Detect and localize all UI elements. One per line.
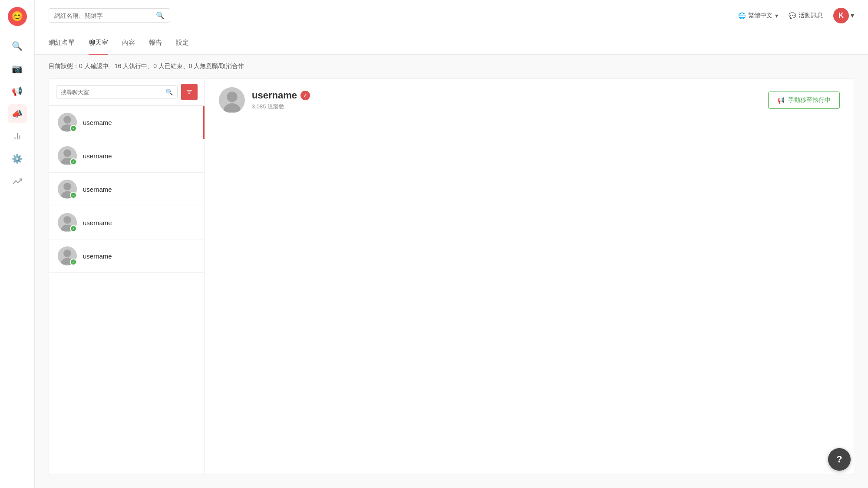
sidebar: 😊 🔍 📷 📢 📣 ⚙️ (0, 0, 35, 488)
followers-label: 追蹤數 (267, 103, 284, 110)
chat-detail-header: username ✓ 3,085 追蹤數 (205, 79, 854, 122)
chat-search-icon[interactable]: 🔍 (165, 88, 173, 95)
help-icon: ? (836, 454, 842, 465)
status-badge: ✓ (70, 225, 77, 232)
svg-point-16 (227, 92, 237, 102)
status-bar: 目前狀態：0 人確認中、16 人執行中、0 人已結束、0 人無意願/取消合作 (35, 55, 868, 78)
followers-info: 3,085 追蹤數 (252, 103, 310, 111)
logo-icon: 😊 (11, 11, 23, 22)
avatar: K (833, 8, 849, 23)
header: 🔍 🌐 繁體中文 ▾ 💬 活動訊息 K ▾ (35, 0, 868, 31)
svg-point-14 (63, 249, 71, 257)
svg-point-8 (63, 149, 71, 157)
svg-point-10 (63, 183, 71, 190)
status-badge: ✓ (70, 259, 77, 265)
user-dropdown-chevron: ▾ (851, 11, 854, 20)
tab-chatroom[interactable]: 聊天室 (89, 32, 108, 55)
tab-content[interactable]: 內容 (122, 32, 135, 55)
sidebar-item-trending[interactable] (8, 172, 27, 191)
megaphone-icon: 📢 (777, 97, 785, 104)
chat-search-input[interactable] (61, 89, 165, 95)
nav-tabs: 網紅名單 聊天室 內容 報告 設定 (35, 31, 868, 55)
list-item[interactable]: ✓ username (49, 239, 205, 273)
chat-username: username (83, 219, 112, 226)
tab-settings[interactable]: 設定 (176, 32, 189, 55)
header-search-container: 🔍 (49, 8, 170, 23)
status-badge: ✓ (70, 192, 77, 199)
help-button[interactable]: ? (828, 448, 851, 471)
search-icon[interactable]: 🔍 (156, 11, 165, 20)
list-item[interactable]: ✓ username (49, 173, 205, 206)
user-initial: K (838, 12, 844, 20)
list-item[interactable]: ✓ username (49, 206, 205, 239)
logo[interactable]: 😊 (8, 7, 27, 26)
move-btn-label: 手動移至執行中 (788, 96, 831, 104)
chat-username: username (83, 119, 112, 126)
chat-detail-user: username ✓ 3,085 追蹤數 (219, 87, 310, 113)
detail-avatar (219, 87, 245, 113)
header-right: 🌐 繁體中文 ▾ 💬 活動訊息 K ▾ (738, 8, 854, 23)
notification-button[interactable]: 💬 活動訊息 (789, 12, 823, 20)
list-item[interactable]: ✓ username (49, 106, 205, 139)
tab-influencer-list[interactable]: 網紅名單 (49, 32, 75, 55)
chat-list-panel: 🔍 (49, 78, 205, 475)
avatar-container: ✓ (58, 113, 77, 132)
followers-count: 3,085 (252, 103, 266, 110)
avatar-container: ✓ (58, 213, 77, 232)
move-to-executing-button[interactable]: 📢 手動移至執行中 (768, 92, 840, 109)
avatar-container: ✓ (58, 146, 77, 165)
search-input[interactable] (54, 12, 156, 19)
globe-icon: 🌐 (738, 12, 746, 19)
chevron-down-icon: ▾ (775, 12, 778, 19)
chat-detail-panel: username ✓ 3,085 追蹤數 (205, 78, 854, 475)
chat-username: username (83, 186, 112, 193)
chat-username: username (83, 152, 112, 160)
detail-username: username ✓ (252, 90, 310, 101)
chat-messages-area (205, 122, 854, 475)
notification-label: 活動訊息 (799, 12, 823, 20)
language-label: 繁體中文 (748, 12, 772, 20)
filter-button[interactable] (181, 84, 198, 100)
avatar-container: ✓ (58, 246, 77, 265)
status-text: 目前狀態：0 人確認中、16 人執行中、0 人已結束、0 人無意願/取消合作 (49, 62, 244, 69)
sidebar-item-megaphone[interactable]: 📢 (8, 82, 27, 101)
tab-report[interactable]: 報告 (149, 32, 162, 55)
chat-list: ✓ username (49, 106, 205, 475)
chat-search-container: 🔍 (56, 85, 178, 98)
chat-layout: 🔍 (35, 78, 868, 488)
sidebar-item-campaigns[interactable]: 📣 (8, 104, 27, 123)
chat-username: username (83, 252, 112, 260)
user-menu[interactable]: K ▾ (833, 8, 854, 23)
svg-point-17 (224, 103, 241, 112)
main-content: 🔍 🌐 繁體中文 ▾ 💬 活動訊息 K ▾ (35, 0, 868, 488)
sidebar-item-search[interactable]: 🔍 (8, 36, 27, 56)
status-badge: ✓ (70, 125, 77, 132)
language-selector[interactable]: 🌐 繁體中文 ▾ (738, 12, 778, 20)
svg-point-6 (63, 116, 71, 124)
bell-icon: 💬 (789, 12, 796, 19)
sidebar-item-analytics[interactable] (8, 127, 27, 146)
page-content: 目前狀態：0 人確認中、16 人執行中、0 人已結束、0 人無意願/取消合作 🔍 (35, 55, 868, 488)
chat-detail-info: username ✓ 3,085 追蹤數 (252, 90, 310, 111)
sidebar-item-camera[interactable]: 📷 (8, 59, 27, 78)
avatar-container: ✓ (58, 180, 77, 199)
chat-search-bar: 🔍 (49, 79, 205, 106)
verified-badge: ✓ (300, 91, 310, 100)
status-badge: ✓ (70, 158, 77, 165)
list-item[interactable]: ✓ username (49, 139, 205, 173)
svg-point-12 (63, 216, 71, 224)
sidebar-item-settings[interactable]: ⚙️ (8, 149, 27, 168)
